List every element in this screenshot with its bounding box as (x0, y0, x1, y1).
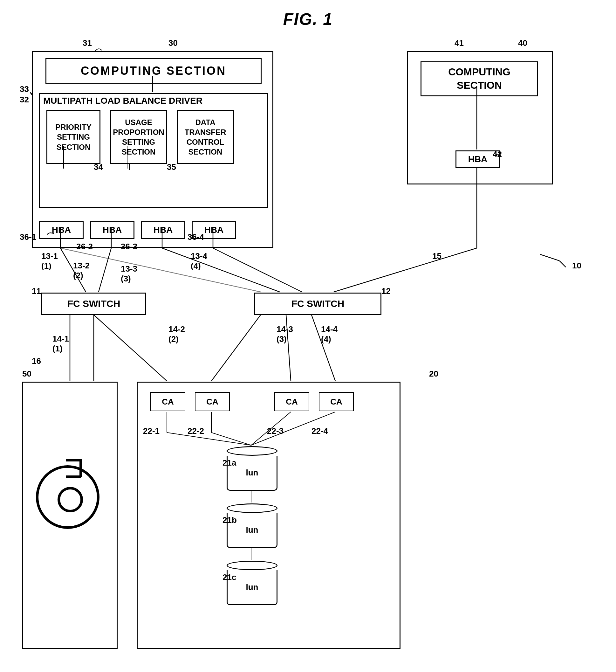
priority-label: PRIORITYSETTINGSECTION (55, 122, 91, 152)
svg-line-13 (334, 248, 477, 292)
box-40: COMPUTINGSECTION HBA (407, 51, 553, 184)
computing-section-right-label: COMPUTINGSECTION (448, 65, 510, 92)
label-42: 42 (493, 149, 502, 159)
label-22-2: 22-2 (188, 426, 204, 436)
box-41: COMPUTINGSECTION (421, 61, 538, 96)
diagram: FIG. 1 COMPUTING SECTION MULTIPATH LOAD … (0, 0, 616, 672)
box-tape-library (22, 382, 118, 649)
label-33: 33 (20, 84, 29, 94)
label-22-3: 22-3 (267, 426, 284, 436)
tape-reel-inner (58, 487, 83, 512)
hba-3: HBA (141, 221, 185, 239)
label-14-4: 14-4(4) (321, 324, 338, 344)
svg-line-23 (540, 254, 559, 261)
box-priority-setting: PRIORITYSETTINGSECTION (46, 110, 100, 164)
label-14-2: 14-2(2) (168, 324, 185, 344)
ca-4: CA (319, 392, 354, 411)
label-36-4: 36-4 (188, 232, 204, 242)
label-11: 11 (32, 286, 41, 296)
box-mlbd: MULTIPATH LOAD BALANCE DRIVER PRIORITYSE… (39, 93, 268, 208)
fc-switch-1: FC SWITCH (41, 292, 146, 315)
label-34: 34 (94, 162, 103, 172)
ca-2: CA (195, 392, 230, 411)
fig-title: FIG. 1 (283, 10, 333, 29)
fc-switch-2: FC SWITCH (254, 292, 381, 315)
hba-1: HBA (39, 221, 84, 239)
label-30: 30 (168, 38, 178, 48)
lun-21b: lun (227, 504, 277, 548)
label-36-1: 36-1 (20, 232, 36, 242)
label-13-1: 13-1(1) (41, 251, 58, 271)
box-30: COMPUTING SECTION MULTIPATH LOAD BALANCE… (32, 51, 273, 248)
label-35: 35 (167, 162, 176, 172)
label-21c: 21c (222, 573, 236, 582)
label-13-2: 13-2(2) (73, 261, 90, 280)
mlbd-label: MULTIPATH LOAD BALANCE DRIVER (43, 96, 202, 106)
label-10: 10 (572, 261, 581, 271)
label-13-4: 13-4(4) (191, 251, 207, 271)
svg-line-7 (99, 248, 111, 292)
label-14-3: 14-3(3) (277, 324, 293, 344)
box-31: COMPUTING SECTION (45, 58, 262, 84)
label-36-3: 36-3 (121, 242, 137, 251)
label-22-4: 22-4 (311, 426, 328, 436)
box-storage: CA CA CA CA lun lun lun (137, 382, 400, 649)
svg-line-14 (60, 248, 261, 292)
label-12: 12 (381, 286, 391, 296)
svg-line-16 (94, 315, 167, 381)
box-data-transfer: DATATRANSFERCONTROLSECTION (177, 110, 234, 164)
ca-3: CA (274, 392, 309, 411)
label-41: 41 (455, 38, 464, 48)
label-14-1: 14-1(1) (52, 334, 69, 354)
lun-21c: lun (227, 561, 277, 605)
hba-row: HBA HBA HBA HBA (39, 220, 268, 239)
svg-line-22 (559, 261, 566, 267)
label-21a: 21a (222, 458, 236, 468)
label-20: 20 (429, 369, 438, 379)
computing-section-label: COMPUTING SECTION (81, 64, 226, 78)
label-16: 16 (32, 356, 41, 366)
label-31: 31 (83, 38, 92, 48)
tape-reel-notch (66, 459, 82, 478)
hba-2: HBA (90, 221, 134, 239)
label-13-3: 13-3(3) (121, 264, 137, 284)
usage-label: USAGEPROPORTIONSETTINGSECTION (113, 117, 164, 157)
svg-line-17 (211, 315, 261, 381)
label-36-2: 36-2 (76, 242, 93, 251)
svg-line-9 (162, 248, 280, 292)
label-40: 40 (518, 38, 527, 48)
label-32: 32 (20, 95, 29, 105)
dtc-label: DATATRANSFERCONTROLSECTION (185, 117, 226, 157)
svg-line-11 (213, 248, 302, 292)
label-22-1: 22-1 (143, 426, 160, 436)
ca-1: CA (150, 392, 185, 411)
label-50: 50 (22, 369, 31, 379)
box-usage-proportion: USAGEPROPORTIONSETTINGSECTION (110, 110, 167, 164)
lun-21a: lun (227, 446, 277, 491)
label-15: 15 (432, 251, 441, 261)
label-21b: 21b (222, 515, 237, 525)
